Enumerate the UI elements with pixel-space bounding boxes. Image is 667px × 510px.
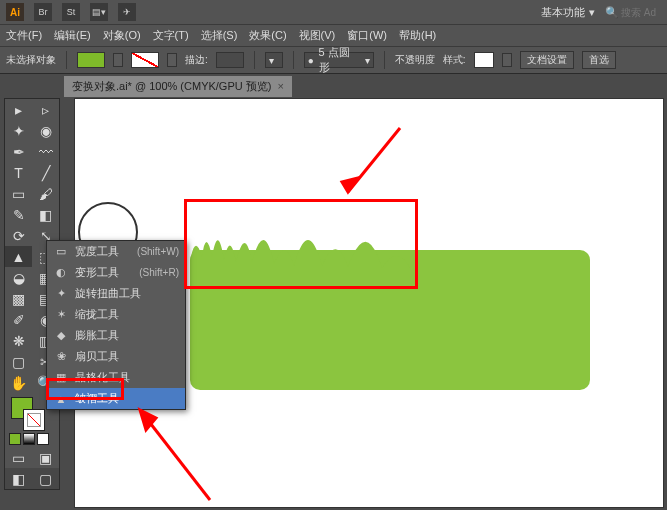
color-mode-gradient[interactable] bbox=[23, 433, 35, 445]
line-tool[interactable]: ╱ bbox=[32, 162, 59, 183]
curvature-tool[interactable]: 〰 bbox=[32, 141, 59, 162]
stroke-color-icon[interactable] bbox=[23, 409, 45, 431]
color-mode-row bbox=[5, 431, 59, 447]
menu-edit[interactable]: 编辑(E) bbox=[54, 28, 91, 43]
stroke-swatch[interactable] bbox=[131, 52, 159, 68]
wrinkle-tool-icon: ▲ bbox=[53, 392, 69, 406]
flyout-pucker-tool[interactable]: ✶缩拢工具 bbox=[47, 304, 185, 325]
flyout-wrinkle-tool[interactable]: ▲皱褶工具 bbox=[47, 388, 185, 409]
fill-swatch[interactable] bbox=[77, 52, 105, 68]
style-swatch[interactable] bbox=[474, 52, 494, 68]
flyout-crystallize-tool[interactable]: ▦晶格化工具 bbox=[47, 367, 185, 388]
pencil-tool[interactable]: ✎ bbox=[5, 204, 32, 225]
color-mode-none[interactable] bbox=[37, 433, 49, 445]
document-tab[interactable]: 变换对象.ai* @ 100% (CMYK/GPU 预览) × bbox=[64, 76, 292, 97]
warp-tool-flyout: ▭宽度工具(Shift+W) ◐变形工具(Shift+R) ✦旋转扭曲工具 ✶缩… bbox=[46, 240, 186, 410]
menu-object[interactable]: 对象(O) bbox=[103, 28, 141, 43]
search-field[interactable]: 🔍 bbox=[605, 6, 661, 19]
stroke-weight-input[interactable] bbox=[216, 52, 244, 68]
sync-icon[interactable]: ✈ bbox=[118, 3, 136, 21]
style-dropdown[interactable] bbox=[502, 53, 512, 67]
artboard-tool[interactable]: ▢ bbox=[5, 351, 32, 372]
rectangle-tool[interactable]: ▭ bbox=[5, 183, 32, 204]
fill-dropdown[interactable] bbox=[113, 53, 123, 67]
control-bar: 未选择对象 描边: ▾ ● 5 点圆形 ▾ 不透明度 样式: 文档设置 首选 bbox=[0, 46, 667, 74]
rotate-tool[interactable]: ⟳ bbox=[5, 225, 32, 246]
type-tool[interactable]: T bbox=[5, 162, 32, 183]
pucker-tool-icon: ✶ bbox=[53, 308, 69, 322]
workspace-switcher[interactable]: 基本功能▾ bbox=[541, 5, 595, 20]
menu-type[interactable]: 文字(T) bbox=[153, 28, 189, 43]
bloat-tool-icon: ◆ bbox=[53, 329, 69, 343]
menu-select[interactable]: 选择(S) bbox=[201, 28, 238, 43]
document-setup-button[interactable]: 文档设置 bbox=[520, 51, 574, 69]
stock-icon[interactable]: St bbox=[62, 3, 80, 21]
flyout-bloat-tool[interactable]: ◆膨胀工具 bbox=[47, 325, 185, 346]
flyout-scallop-tool[interactable]: ❀扇贝工具 bbox=[47, 346, 185, 367]
symbol-sprayer-tool[interactable]: ❋ bbox=[5, 330, 32, 351]
warp-tool-icon: ◐ bbox=[53, 266, 69, 280]
draw-mode[interactable]: ◧ bbox=[5, 468, 32, 489]
document-tab-bar: 变换对象.ai* @ 100% (CMYK/GPU 预览) × bbox=[0, 74, 667, 98]
width-tool[interactable]: ▲ bbox=[5, 246, 32, 267]
shape-builder-tool[interactable]: ◒ bbox=[5, 267, 32, 288]
menu-file[interactable]: 文件(F) bbox=[6, 28, 42, 43]
selection-tool[interactable]: ▸ bbox=[5, 99, 32, 120]
document-title: 变换对象.ai* @ 100% (CMYK/GPU 预览) bbox=[72, 79, 271, 94]
main-menu: 文件(F) 编辑(E) 对象(O) 文字(T) 选择(S) 效果(C) 视图(V… bbox=[0, 24, 667, 46]
search-input[interactable] bbox=[621, 7, 661, 18]
paintbrush-tool[interactable]: 🖌 bbox=[32, 183, 59, 204]
flyout-width-tool[interactable]: ▭宽度工具(Shift+W) bbox=[47, 241, 185, 262]
eyedropper-tool[interactable]: ✐ bbox=[5, 309, 32, 330]
screen-mode-normal[interactable]: ▭ bbox=[5, 447, 32, 468]
search-icon: 🔍 bbox=[605, 6, 619, 19]
crystallize-tool-icon: ▦ bbox=[53, 371, 69, 385]
arrange-icon[interactable]: ▤▾ bbox=[90, 3, 108, 21]
screen-mode-full[interactable]: ▣ bbox=[32, 447, 59, 468]
direct-selection-tool[interactable]: ▹ bbox=[32, 99, 59, 120]
screen-toggle[interactable]: ▢ bbox=[32, 468, 59, 489]
color-mode-solid[interactable] bbox=[9, 433, 21, 445]
eraser-tool[interactable]: ◧ bbox=[32, 204, 59, 225]
lasso-tool[interactable]: ◉ bbox=[32, 120, 59, 141]
hand-tool[interactable]: ✋ bbox=[5, 372, 32, 393]
twirl-tool-icon: ✦ bbox=[53, 287, 69, 301]
magic-wand-tool[interactable]: ✦ bbox=[5, 120, 32, 141]
artwork-grass bbox=[190, 222, 590, 392]
menu-window[interactable]: 窗口(W) bbox=[347, 28, 387, 43]
selection-label: 未选择对象 bbox=[6, 53, 56, 67]
stroke-dropdown[interactable] bbox=[167, 53, 177, 67]
mesh-tool[interactable]: ▩ bbox=[5, 288, 32, 309]
preferences-button[interactable]: 首选 bbox=[582, 51, 616, 69]
bridge-icon[interactable]: Br bbox=[34, 3, 52, 21]
menu-effect[interactable]: 效果(C) bbox=[249, 28, 286, 43]
stroke-label: 描边: bbox=[185, 53, 208, 67]
flyout-warp-tool[interactable]: ◐变形工具(Shift+R) bbox=[47, 262, 185, 283]
app-logo-icon: Ai bbox=[6, 3, 24, 21]
opacity-label: 不透明度 bbox=[395, 53, 435, 67]
flyout-twirl-tool[interactable]: ✦旋转扭曲工具 bbox=[47, 283, 185, 304]
pen-tool[interactable]: ✒ bbox=[5, 141, 32, 162]
close-tab-icon[interactable]: × bbox=[277, 80, 283, 92]
menu-view[interactable]: 视图(V) bbox=[299, 28, 336, 43]
menu-help[interactable]: 帮助(H) bbox=[399, 28, 436, 43]
width-tool-icon: ▭ bbox=[53, 245, 69, 259]
app-topbar: Ai Br St ▤▾ ✈ 基本功能▾ 🔍 bbox=[0, 0, 667, 24]
style-label: 样式: bbox=[443, 53, 466, 67]
var-width-profile[interactable]: ▾ bbox=[265, 52, 283, 68]
brush-profile[interactable]: ● 5 点圆形 ▾ bbox=[304, 52, 374, 68]
scallop-tool-icon: ❀ bbox=[53, 350, 69, 364]
